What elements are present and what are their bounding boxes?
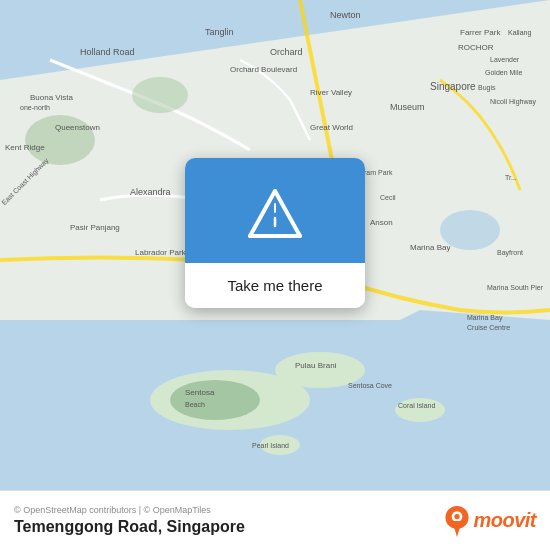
bottom-info: © OpenStreetMap contributors | © OpenMap…: [14, 505, 245, 536]
road-icon: [240, 186, 310, 241]
svg-line-52: [275, 191, 300, 236]
map-container: Holland Road Tanglin Newton Orchard Orch…: [0, 0, 550, 490]
moovit-pin-icon: [443, 505, 471, 537]
location-name: Temenggong Road, Singapore: [14, 518, 245, 536]
svg-text:Pulau Brani: Pulau Brani: [295, 361, 337, 370]
svg-point-60: [455, 513, 460, 518]
svg-text:Orchard: Orchard: [270, 47, 303, 57]
svg-text:Cruise Centre: Cruise Centre: [467, 324, 510, 331]
svg-text:Coral Island: Coral Island: [398, 402, 435, 409]
svg-text:Museum: Museum: [390, 102, 425, 112]
svg-text:Newton: Newton: [330, 10, 361, 20]
svg-text:Sentosa Cove: Sentosa Cove: [348, 382, 392, 389]
svg-text:Tr...: Tr...: [505, 174, 517, 181]
svg-text:Cecil: Cecil: [380, 194, 396, 201]
svg-text:Anson: Anson: [370, 218, 393, 227]
svg-text:Pearl Island: Pearl Island: [252, 442, 289, 449]
svg-text:ROCHOR: ROCHOR: [458, 43, 494, 52]
svg-text:Buona Vista: Buona Vista: [30, 93, 74, 102]
svg-text:Great World: Great World: [310, 123, 353, 132]
svg-text:Singapore: Singapore: [430, 81, 476, 92]
svg-text:Tanglin: Tanglin: [205, 27, 234, 37]
moovit-logo: moovit: [443, 505, 536, 537]
svg-marker-59: [455, 528, 460, 537]
attribution-text: © OpenStreetMap contributors | © OpenMap…: [14, 505, 245, 515]
take-me-there-button[interactable]: Take me there: [185, 263, 365, 308]
svg-point-9: [170, 380, 260, 420]
svg-text:Sentosa: Sentosa: [185, 388, 215, 397]
bottom-bar: © OpenStreetMap contributors | © OpenMap…: [0, 490, 550, 550]
svg-text:Orchard Boulevard: Orchard Boulevard: [230, 65, 297, 74]
moovit-brand-text: moovit: [473, 509, 536, 532]
svg-text:Nicoll Highway: Nicoll Highway: [490, 98, 536, 106]
card-icon-area: [185, 158, 365, 263]
svg-text:Farrer Park: Farrer Park: [460, 28, 501, 37]
svg-text:Labrador Park: Labrador Park: [135, 248, 187, 257]
svg-text:Lavender: Lavender: [490, 56, 520, 63]
svg-text:Golden Mile: Golden Mile: [485, 69, 522, 76]
svg-text:Queenstown: Queenstown: [55, 123, 100, 132]
action-card: Take me there: [185, 158, 365, 308]
svg-text:Pasir Panjang: Pasir Panjang: [70, 223, 120, 232]
svg-text:Alexandra: Alexandra: [130, 187, 171, 197]
svg-text:Marina Bay: Marina Bay: [410, 243, 450, 252]
svg-text:Beach: Beach: [185, 401, 205, 408]
svg-line-51: [250, 191, 275, 236]
svg-text:Kent Ridge: Kent Ridge: [5, 143, 45, 152]
svg-text:one-north: one-north: [20, 104, 50, 111]
svg-text:Holland Road: Holland Road: [80, 47, 135, 57]
svg-text:Bugis: Bugis: [478, 84, 496, 92]
svg-text:River Valley: River Valley: [310, 88, 352, 97]
svg-text:Bayfront: Bayfront: [497, 249, 523, 257]
svg-text:Marina South Pier: Marina South Pier: [487, 284, 544, 291]
svg-point-8: [132, 77, 188, 113]
svg-text:Marina Bay: Marina Bay: [467, 314, 503, 322]
svg-text:Kallang: Kallang: [508, 29, 531, 37]
